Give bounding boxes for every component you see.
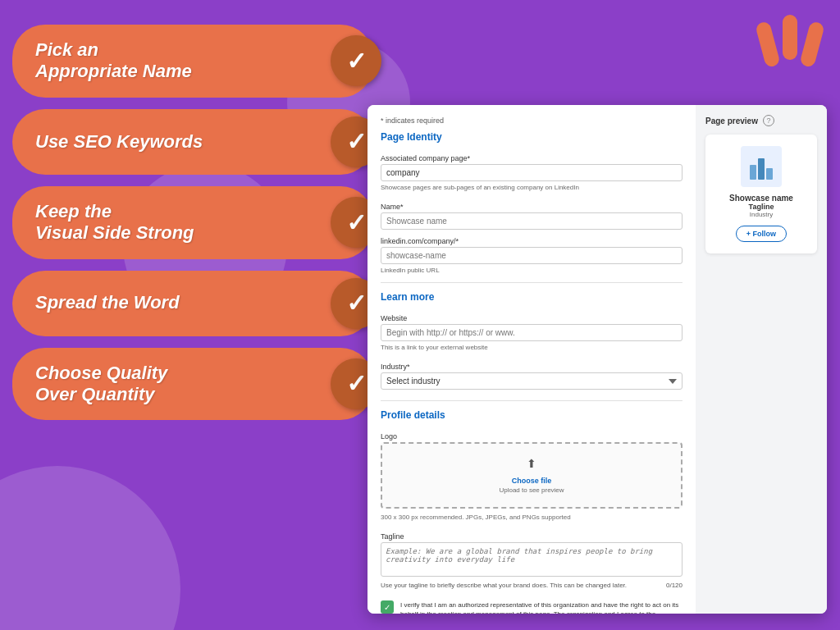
- verify-row: ✓ I verify that I am an authorized repre…: [381, 597, 682, 614]
- profile-details-title: Profile details: [381, 409, 682, 421]
- name-label: Name*: [381, 203, 404, 211]
- choose-file-label: Choose file: [512, 477, 552, 485]
- bar-1: [750, 165, 756, 180]
- tip-card-3: Keep theVisual Side Strong ✓: [12, 186, 373, 259]
- form-main: * indicates required Page Identity Assoc…: [368, 105, 696, 614]
- page-preview-panel: Page preview ? Showcase name Tagline Ind…: [696, 105, 827, 614]
- brand-logo: [765, 15, 815, 60]
- bar-2: [758, 158, 765, 180]
- logo-size-hint: 300 x 300 px recommended. JPGs, JPEGs, a…: [381, 514, 682, 521]
- preview-title: Page preview: [705, 116, 758, 126]
- preview-title-row: Page preview ?: [705, 115, 817, 126]
- logo-stripe-2: [783, 15, 797, 60]
- linkedin-form-panel: * indicates required Page Identity Assoc…: [368, 105, 827, 614]
- learn-more-title: Learn more: [381, 291, 682, 303]
- preview-card: Showcase name Tagline Industry + Follow: [705, 135, 817, 253]
- preview-follow-button[interactable]: + Follow: [736, 226, 787, 242]
- required-note: * indicates required: [381, 116, 682, 125]
- logo-stripe-3: [799, 21, 825, 68]
- bar-3: [766, 168, 773, 180]
- tip-4-text: Spread the Word: [35, 292, 180, 313]
- website-input[interactable]: [381, 324, 682, 341]
- tip-card-4: Spread the Word ✓: [12, 271, 373, 336]
- preview-logo-box: [741, 146, 782, 187]
- tagline-textarea[interactable]: [381, 542, 682, 577]
- tip-5-text: Choose QualityOver Quantity: [35, 363, 167, 406]
- upload-preview-label: Upload to see preview: [395, 486, 668, 494]
- char-count: 0/120: [666, 582, 682, 589]
- logo-label: Logo: [381, 432, 397, 441]
- preview-logo-inner: [750, 153, 773, 180]
- tip-2-text: Use SEO Keywords: [35, 131, 203, 153]
- verify-text: I verify that I am an authorized represe…: [400, 600, 682, 614]
- name-input[interactable]: [381, 212, 682, 230]
- tip-card-1: Pick anAppropriate Name ✓: [12, 25, 373, 98]
- website-hint: This is a link to your external website: [381, 344, 682, 351]
- logo-stripe-1: [755, 21, 781, 68]
- company-page-label: Associated company page*: [381, 154, 470, 162]
- tips-column: Pick anAppropriate Name ✓ Use SEO Keywor…: [12, 25, 373, 420]
- tip-card-2: Use SEO Keywords ✓: [12, 109, 373, 175]
- tip-card-5: Choose QualityOver Quantity ✓: [12, 348, 373, 421]
- industry-label: Industry*: [381, 363, 410, 371]
- preview-company-name: Showcase name: [714, 194, 809, 203]
- linkedin-url-input[interactable]: [381, 247, 682, 264]
- page-identity-title: Page Identity: [381, 131, 682, 143]
- tip-1-check: ✓: [331, 35, 381, 86]
- preview-help-icon[interactable]: ?: [763, 115, 774, 126]
- linkedin-url-hint: LinkedIn public URL: [381, 267, 682, 274]
- preview-tagline: Tagline: [714, 203, 809, 211]
- logo-upload-area[interactable]: ⬆ Choose file Upload to see preview: [381, 442, 682, 509]
- verify-checkbox[interactable]: ✓: [381, 600, 394, 614]
- company-page-input[interactable]: [381, 164, 682, 181]
- tagline-label: Tagline: [381, 532, 404, 541]
- tip-3-text: Keep theVisual Side Strong: [35, 201, 194, 244]
- tip-1-text: Pick anAppropriate Name: [35, 39, 192, 83]
- linkedin-url-label: linkedin.com/company/*: [381, 237, 459, 245]
- upload-icon: ⬆: [395, 457, 668, 470]
- industry-select[interactable]: Select industry: [381, 372, 682, 390]
- preview-industry: Industry: [714, 211, 809, 218]
- company-page-hint: Showcase pages are sub-pages of an exist…: [381, 184, 682, 191]
- website-label: Website: [381, 314, 407, 322]
- tagline-hint: Use your tagline to briefly describe wha…: [381, 582, 682, 589]
